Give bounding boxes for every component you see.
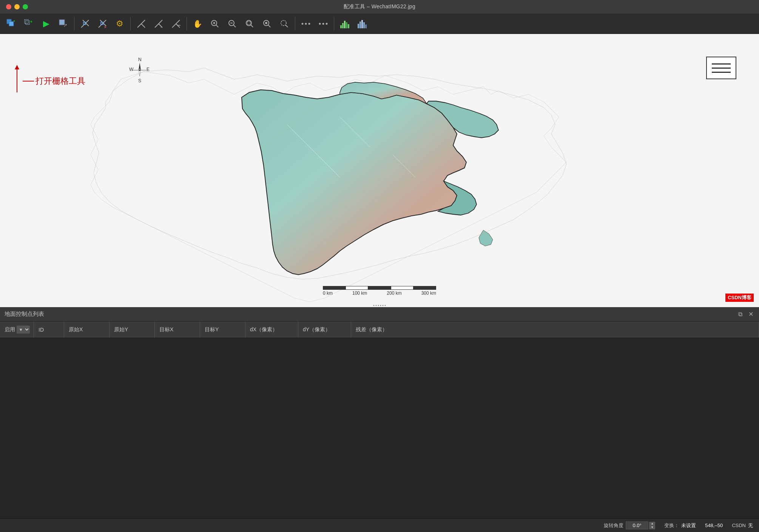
col-src-y: 原始Y <box>110 321 155 338</box>
coords-group: 548,–50 <box>705 523 723 528</box>
minimize-button[interactable] <box>14 4 20 9</box>
scale-label-0: 0 km <box>323 291 333 296</box>
toolbar: + + ▶ ↗ <box>0 14 759 34</box>
svg-text:+: + <box>30 20 32 24</box>
close-button[interactable] <box>6 4 11 9</box>
svg-rect-47 <box>346 22 347 28</box>
crs-group: CSDN 无 <box>732 522 753 529</box>
col-dy: dY（像素） <box>298 321 351 338</box>
window-controls <box>6 4 28 9</box>
add-point-button[interactable]: + <box>20 15 37 32</box>
svg-line-37 <box>285 25 288 27</box>
svg-point-30 <box>246 20 251 26</box>
coords-value: 548,–50 <box>705 523 723 528</box>
overview-line-3 <box>712 72 731 73</box>
settings-button[interactable]: ⚙ <box>111 15 128 32</box>
more-tool-2[interactable] <box>315 15 332 32</box>
panel-resize-handle[interactable] <box>370 304 389 307</box>
panel-restore-button[interactable]: ⧉ <box>736 311 744 318</box>
table-body <box>0 338 759 518</box>
table-header: 启用 ▾ ID 原始X 原始Y 目标X 目标Y dX（像素） dY（像素） 残差… <box>0 321 759 338</box>
map-canvas[interactable]: N S E W <box>0 34 759 307</box>
col-dst-x: 目标X <box>155 321 200 338</box>
svg-line-29 <box>233 25 236 27</box>
svg-text:↗: ↗ <box>63 23 67 28</box>
toolbar-separator-4 <box>295 17 295 31</box>
export-button[interactable]: ↗ <box>55 15 72 32</box>
svg-point-41 <box>319 23 321 25</box>
crs-value: 无 <box>748 522 753 529</box>
scale-seg-5 <box>413 286 436 290</box>
panel-titlebar: 地面控制点列表 ⧉ ✕ <box>0 307 759 321</box>
spin-buttons: ▲ ▼ <box>649 522 655 529</box>
svg-point-42 <box>322 23 324 25</box>
col-residual: 残差（像素） <box>351 321 759 338</box>
toolbar-separator-5 <box>334 17 334 31</box>
scale-seg-3 <box>368 286 391 290</box>
overview-box[interactable] <box>706 57 736 79</box>
svg-rect-44 <box>340 25 342 28</box>
scale-bar: 0 km 100 km 200 km 300 km <box>323 286 436 296</box>
more-tool-1[interactable] <box>298 15 314 32</box>
map-svg <box>0 34 759 307</box>
transform-label: 变换： <box>664 522 679 529</box>
svg-rect-50 <box>359 22 361 28</box>
scale-label-300: 300 km <box>421 291 436 296</box>
transform-tool-2[interactable]: ✕ <box>94 15 111 32</box>
panel-close-button[interactable]: ✕ <box>747 311 754 318</box>
crs-label: CSDN <box>732 523 746 528</box>
zoom-fit-button[interactable] <box>259 15 275 32</box>
svg-point-40 <box>309 23 310 25</box>
svg-point-39 <box>305 23 307 25</box>
col-enable: 启用 ▾ <box>0 321 34 338</box>
compass-east: E <box>147 67 150 72</box>
zoom-out-button[interactable] <box>224 15 241 32</box>
toolbar-separator-1 <box>74 17 74 31</box>
panel-title: 地面控制点列表 <box>5 311 44 318</box>
enable-select[interactable]: ▾ <box>17 326 30 334</box>
svg-rect-53 <box>365 25 367 28</box>
statusbar: 旋转角度 ▲ ▼ 变换： 未设置 548,–50 CSDN 无 <box>0 518 759 532</box>
svg-rect-4 <box>26 21 29 25</box>
compass: N S E W <box>128 57 147 84</box>
svg-text:✕: ✕ <box>104 25 107 29</box>
toolbar-separator-2 <box>130 17 131 31</box>
pan-tool-button[interactable]: ✋ <box>189 15 206 32</box>
transform-value: 未设置 <box>681 522 696 529</box>
scale-seg-4 <box>391 286 413 290</box>
transform-tool-1[interactable] <box>77 15 93 32</box>
svg-rect-3 <box>25 20 28 23</box>
zoom-in-button[interactable] <box>207 15 223 32</box>
annotation-text: 打开栅格工具 <box>35 75 85 87</box>
edit-tool-1[interactable] <box>133 15 150 32</box>
col-src-x: 原始X <box>64 321 110 338</box>
zoom-area-button[interactable] <box>241 15 258 32</box>
spin-up-button[interactable]: ▲ <box>649 522 655 526</box>
svg-line-8 <box>81 20 89 28</box>
edit-tool-2[interactable]: → <box>150 15 167 32</box>
svg-point-58 <box>139 69 140 71</box>
maximize-button[interactable] <box>23 4 28 9</box>
scale-label-100: 100 km <box>352 291 367 296</box>
spin-down-button[interactable]: ▼ <box>649 526 655 529</box>
svg-line-21 <box>176 24 180 28</box>
scale-seg-2 <box>346 286 368 290</box>
svg-point-43 <box>326 23 328 25</box>
overview-line-1 <box>712 63 731 65</box>
rotation-spinbox[interactable]: ▲ ▼ <box>626 521 655 529</box>
svg-point-36 <box>281 20 286 26</box>
svg-line-16 <box>141 24 145 28</box>
svg-marker-60 <box>15 65 19 69</box>
svg-point-38 <box>302 23 304 25</box>
edit-tool-3[interactable] <box>168 15 184 32</box>
watermark: CSDN博客 <box>725 294 754 302</box>
rotation-input[interactable] <box>626 521 648 529</box>
add-raster-layer-button[interactable]: + <box>3 15 20 32</box>
svg-rect-45 <box>342 23 344 28</box>
run-button[interactable]: ▶ <box>38 15 54 32</box>
control-points-panel: 地面控制点列表 ⧉ ✕ 启用 ▾ ID 原始X 原始Y 目标X 目标Y <box>0 307 759 518</box>
histogram-tool-2[interactable] <box>354 15 370 32</box>
rotation-label: 旋转角度 <box>604 522 623 529</box>
measure-button[interactable] <box>276 15 293 32</box>
histogram-tool-1[interactable] <box>336 15 353 32</box>
